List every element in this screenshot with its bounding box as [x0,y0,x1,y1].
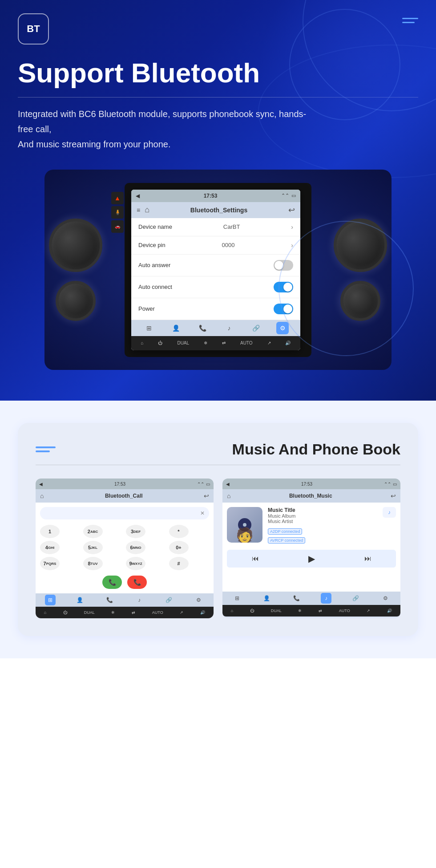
mini-vol2[interactable]: 🔊 [387,608,392,613]
mini-grid-icon[interactable]: ⊞ [45,595,56,605]
mini-music-icon[interactable]: ♪ [134,595,145,605]
dual-label: DUAL [177,341,189,345]
auto-answer-toggle[interactable] [274,260,293,271]
key-6[interactable]: 6MNO [126,541,145,554]
car-controls-bar: ⌂ ⏻ DUAL ❄ ⇄ AUTO ↗ 🔊 [131,336,300,350]
auto-answer-row[interactable]: Auto answer [131,255,300,276]
menu-lines-icon[interactable]: ≡ [137,207,140,214]
mini-home-icon[interactable]: ⌂ [40,492,44,499]
mini-link-icon[interactable]: 🔗 [164,595,174,605]
home-car-icon[interactable]: ⌂ [141,341,143,345]
device-pin-row[interactable]: Device pin 0000 › [131,236,300,255]
end-call-button[interactable]: 📞 [127,576,147,589]
key-star[interactable]: * [169,525,189,538]
music-icon[interactable]: ♪ [223,322,235,334]
mini-music-back[interactable]: ◀ [226,482,230,487]
link-icon[interactable]: 🔗 [250,322,262,334]
mini-back-arrow[interactable]: ◀ [39,482,43,487]
hamburger-menu[interactable] [402,18,418,23]
key-7[interactable]: 7PQRS [40,557,60,570]
mini-power2[interactable]: ⏻ [250,608,254,613]
back-arrow-icon[interactable]: ◀ [136,193,140,199]
center-console: ▲ 🧍 🚗 ◀ 17:53 ⌃⌃ ▭ ≡ [125,183,311,357]
screen-nav: ≡ ⌂ Bluetooth_Settings ↩ [131,202,300,218]
auto-connect-toggle[interactable] [274,282,293,292]
mini-phone-content: ✕ 1 2ABC 3DEF * 4GHI 5JKL 6MNO 0+ 7PQRS [36,503,214,593]
mini-fan2[interactable]: ❄ [298,608,302,613]
car-button[interactable]: 🚗 [111,220,124,233]
mini-grid-icon2[interactable]: ⊞ [232,593,242,604]
section-divider [36,465,400,465]
mini-person-icon2[interactable]: 👤 [262,593,272,604]
phone-icon[interactable]: 📞 [196,322,209,334]
ac-icon[interactable]: ⇄ [222,341,226,345]
next-track-icon[interactable]: ⏭ [364,555,371,563]
power-row[interactable]: Power [131,298,300,320]
hazard-button[interactable]: ▲ [111,192,124,204]
mini-person-icon[interactable]: 👤 [75,595,85,605]
auto-connect-row[interactable]: Auto connect [131,276,300,298]
person-icon[interactable]: 👤 [170,322,182,334]
phone-search-bar[interactable]: ✕ [40,507,209,519]
main-car-screen: ◀ 17:53 ⌃⌃ ▭ ≡ ⌂ Bluetooth_Settings ↩ [131,190,300,350]
mini-arrows-icon: ⌃⌃ [197,482,204,487]
key-8[interactable]: 8TUV [83,557,103,570]
mini-vol[interactable]: 🔊 [200,610,205,615]
key-4[interactable]: 4GHI [40,541,60,554]
mini-home-car[interactable]: ⌂ [44,610,46,615]
section-menu-icon [36,446,56,452]
a2dp-badge: A2DP connected [268,528,302,535]
clear-icon[interactable]: ✕ [200,510,205,516]
screen-time: 17:53 [204,193,218,199]
mini-music-back-icon[interactable]: ↩ [391,492,396,499]
lower-section: Music And Phone Book ◀ 17:53 ⌃⌃ ▭ ⌂ [0,401,436,658]
music-note-icon: ♪ [383,507,396,518]
settings-icon-active[interactable]: ⚙ [276,322,289,334]
mini-route[interactable]: ↗ [180,610,183,615]
screen-statusbar: ◀ 17:53 ⌃⌃ ▭ [131,190,300,202]
key-5[interactable]: 5JKL [83,541,103,554]
speaker-circle-top-right [334,219,387,272]
grid-icon[interactable]: ⊞ [143,322,155,334]
section-title: Music And Phone Book [232,441,400,458]
mini-back-icon[interactable]: ↩ [204,492,209,499]
screen-back-icon[interactable]: ↩ [288,205,295,215]
power-car-icon[interactable]: ⏻ [158,341,162,345]
power-toggle[interactable] [274,304,293,314]
mini-music-icon-active[interactable]: ♪ [321,593,331,604]
settings-list: Device name CarBT › Device pin 0000 › Au… [131,218,300,320]
volume-icon[interactable]: 🔊 [285,341,291,345]
prev-track-icon[interactable]: ⏮ [252,555,259,563]
mini-settings-icon2[interactable]: ⚙ [380,593,391,604]
mini-fan[interactable]: ❄ [111,610,115,615]
mini-power[interactable]: ⏻ [63,610,67,615]
device-name-row[interactable]: Device name CarBT › [131,218,300,236]
key-3[interactable]: 3DEF [126,525,145,538]
key-9[interactable]: 9WXYZ [126,557,145,570]
up-arrow-icon: ⌃⌃ [281,193,289,199]
key-2[interactable]: 2ABC [83,525,103,538]
car-background: ▲ 🧍 🚗 ◀ 17:53 ⌃⌃ ▭ ≡ [44,170,392,370]
key-0[interactable]: 0+ [169,541,189,554]
mini-ac[interactable]: ⇄ [132,610,135,615]
key-hash[interactable]: # [169,557,189,570]
mini-ac2[interactable]: ⇄ [319,608,322,613]
fan-icon[interactable]: ❄ [204,341,207,345]
route-icon[interactable]: ↗ [267,341,271,345]
seatbelt-button[interactable]: 🧍 [111,206,124,219]
hero-header: BT [18,13,418,45]
home-icon[interactable]: ⌂ [145,205,149,215]
play-icon[interactable]: ▶ [308,553,315,564]
mini-music-status-icons: ⌃⌃ ▭ [384,482,397,487]
key-1[interactable]: 1 [40,525,60,538]
call-button[interactable]: 📞 [102,576,122,589]
mini-phone-icon2[interactable]: 📞 [291,593,302,604]
mini-route2[interactable]: ↗ [367,608,370,613]
mini-car-bar-music: ⌂ ⏻ DUAL ❄ ⇄ AUTO ↗ 🔊 [222,605,400,617]
mini-home-car2[interactable]: ⌂ [231,608,233,613]
mini-music-nav: ⌂ Bluetooth_Music ↩ [222,489,400,503]
mini-music-home-icon[interactable]: ⌂ [227,492,230,499]
mini-settings-icon[interactable]: ⚙ [194,595,204,605]
mini-link-icon2[interactable]: 🔗 [351,593,361,604]
mini-phone-icon[interactable]: 📞 [105,595,115,605]
